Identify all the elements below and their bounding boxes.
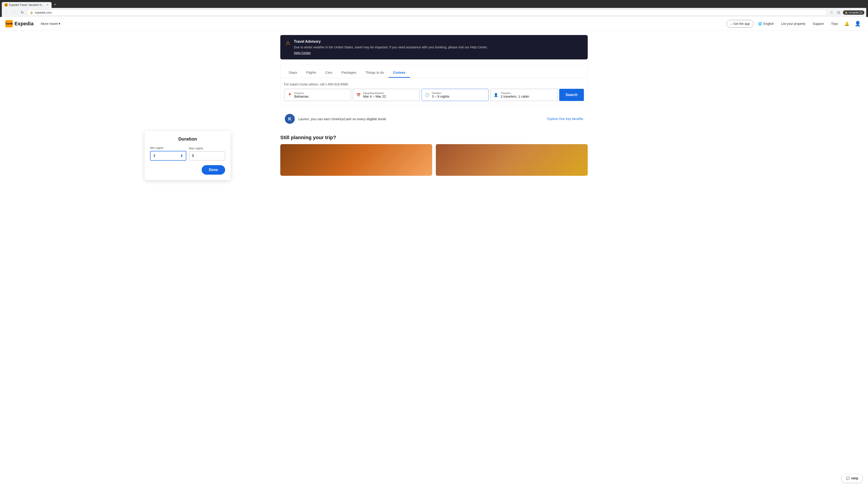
trips-label: Trips bbox=[831, 22, 838, 26]
onekey-banner: K Lauren, you can earn OneKeyCash on eve… bbox=[280, 110, 588, 127]
max-nights-input[interactable]: 9 bbox=[189, 151, 225, 160]
advisory-content: Travel Advisory Due to winter weather in… bbox=[294, 39, 488, 55]
search-button[interactable]: Search bbox=[559, 89, 584, 101]
download-icon: ↓ bbox=[730, 22, 732, 26]
bell-icon: 🔔 bbox=[844, 22, 849, 26]
bookmark-button[interactable]: ☆ bbox=[829, 9, 835, 15]
account-button[interactable]: 👤 bbox=[853, 19, 863, 29]
max-nights-field: Max nights 9 bbox=[189, 147, 225, 160]
duration-label: Duration bbox=[432, 92, 450, 94]
active-tab[interactable]: E Expedia Travel: Vacation Home... × bbox=[2, 2, 52, 8]
notifications-button[interactable]: 🔔 bbox=[842, 20, 851, 28]
incognito-badge: 🕵 Incognito (2) bbox=[843, 10, 864, 15]
min-nights-label: Min nights bbox=[150, 146, 186, 150]
max-nights-label: Max nights bbox=[189, 147, 225, 150]
new-tab-button[interactable]: + bbox=[52, 1, 58, 8]
more-travel-chevron: ▾ bbox=[59, 22, 60, 26]
still-planning-heading: Still planning your trip? bbox=[280, 135, 588, 140]
travel-advisory: ⚠ Travel Advisory Due to winter weather … bbox=[280, 35, 588, 59]
trip-card-2[interactable] bbox=[436, 144, 588, 176]
tab-cars[interactable]: Cars bbox=[321, 68, 337, 78]
min-nights-input[interactable]: 3 ⬍ bbox=[150, 151, 186, 161]
logo-text: Expedia bbox=[14, 21, 33, 27]
onekey-explore-link[interactable]: Explore One Key benefits bbox=[547, 117, 583, 121]
still-planning-section: Still planning your trip? bbox=[280, 131, 588, 178]
advisory-title: Travel Advisory bbox=[294, 39, 488, 43]
duration-content: Duration 3 – 9 nights bbox=[432, 92, 450, 98]
travelers-value: 2 travelers, 1 cabin bbox=[500, 94, 529, 98]
advisory-icon: ⚠ bbox=[286, 40, 290, 46]
departing-field[interactable]: 📅 Departing between Mar 4 – Mar 22 bbox=[353, 89, 420, 101]
trips-button[interactable]: Trips bbox=[828, 20, 841, 27]
lock-icon: 🔒 bbox=[30, 11, 33, 14]
browser-chrome: E Expedia Travel: Vacation Home... × + ←… bbox=[0, 0, 868, 17]
main-content: ⚠ Travel Advisory Due to winter weather … bbox=[276, 35, 592, 178]
advisory-body: Due to winter weather in the United Stat… bbox=[294, 45, 488, 50]
forward-button[interactable]: → bbox=[11, 9, 18, 15]
tab-close-button[interactable]: × bbox=[46, 3, 49, 6]
onekey-text: Lauren, you can earn OneKeyCash on every… bbox=[298, 117, 386, 121]
page: Expedia Expedia More travel ▾ ↓ Get the … bbox=[0, 17, 868, 488]
duration-value: 3 – 9 nights bbox=[432, 94, 450, 98]
more-travel-label: More travel bbox=[41, 22, 58, 26]
browser-toolbar-right: ☆ ⊡ 🕵 Incognito (2) bbox=[829, 9, 864, 15]
language-button[interactable]: 🌐 English bbox=[755, 20, 776, 27]
min-nights-spinner[interactable]: ⬍ bbox=[180, 154, 183, 158]
tab-stays[interactable]: Stays bbox=[284, 68, 302, 78]
duration-fields: Min nights 3 ⬍ Max nights 9 bbox=[150, 146, 225, 161]
onekey-avatar: K bbox=[285, 114, 295, 124]
duration-dropdown-title: Duration bbox=[150, 136, 225, 142]
logo-icon: Expedia bbox=[5, 20, 13, 27]
departing-value: Mar 4 – Mar 22 bbox=[363, 94, 386, 98]
tab-things-to-do[interactable]: Things to do bbox=[361, 68, 389, 78]
address-bar[interactable]: 🔒 expedia.com bbox=[27, 9, 827, 15]
account-icon: 👤 bbox=[855, 21, 861, 26]
departing-label: Departing between bbox=[363, 92, 386, 94]
trip-cards bbox=[280, 144, 588, 176]
going-to-label: Going to bbox=[294, 92, 309, 94]
browser-tabs: E Expedia Travel: Vacation Home... × + bbox=[2, 1, 866, 8]
language-label: English bbox=[763, 22, 774, 26]
duration-done-button[interactable]: Done bbox=[202, 165, 225, 175]
tab-title: Expedia Travel: Vacation Home... bbox=[9, 3, 45, 6]
list-property-button[interactable]: List your property bbox=[778, 20, 808, 27]
support-label: Support bbox=[813, 22, 824, 26]
help-button[interactable]: 💬 Help bbox=[842, 474, 863, 483]
search-widget: Stays Flights Cars Packages Things to do bbox=[280, 64, 588, 106]
location-icon: 📍 bbox=[287, 93, 292, 97]
travelers-label: Travelers bbox=[500, 92, 529, 94]
tab-packages[interactable]: Packages bbox=[337, 68, 361, 78]
clock-icon: 🕐 bbox=[425, 93, 430, 97]
cruise-advice-text: For expert cruise advice, call 1-800-916… bbox=[281, 82, 587, 89]
get-app-button[interactable]: ↓ Get the app bbox=[726, 20, 754, 28]
refresh-button[interactable]: ↻ bbox=[19, 9, 25, 15]
help-label: Help bbox=[851, 477, 858, 480]
help-icon: 💬 bbox=[846, 477, 850, 480]
list-property-label: List your property bbox=[781, 22, 805, 26]
header-actions: ↓ Get the app 🌐 English List your proper… bbox=[726, 19, 863, 29]
calendar-icon: 📅 bbox=[356, 93, 361, 97]
travelers-field[interactable]: 👤 Travelers 2 travelers, 1 cabin bbox=[490, 89, 557, 101]
min-nights-field: Min nights 3 ⬍ bbox=[150, 146, 186, 161]
going-to-field[interactable]: 📍 Going to Bahamas bbox=[284, 89, 351, 101]
more-travel-button[interactable]: More travel ▾ bbox=[38, 20, 63, 28]
globe-icon: 🌐 bbox=[758, 22, 762, 26]
support-button[interactable]: Support bbox=[810, 20, 827, 27]
duration-field[interactable]: 🕐 Duration 3 – 9 nights bbox=[422, 89, 489, 101]
search-tabs: Stays Flights Cars Packages Things to do bbox=[281, 64, 587, 78]
advisory-help-center-link[interactable]: Help Center bbox=[294, 51, 311, 55]
split-view-button[interactable]: ⊡ bbox=[836, 9, 842, 15]
trip-card-1[interactable] bbox=[280, 144, 432, 176]
going-to-content: Going to Bahamas bbox=[294, 92, 309, 98]
search-fields: 📍 Going to Bahamas 📅 Departing between M… bbox=[281, 89, 587, 101]
get-app-label: Get the app bbox=[733, 22, 750, 26]
travelers-content: Travelers 2 travelers, 1 cabin bbox=[500, 92, 529, 98]
tab-flights[interactable]: Flights bbox=[302, 68, 321, 78]
going-to-value: Bahamas bbox=[294, 94, 309, 98]
back-button[interactable]: ← bbox=[4, 9, 10, 15]
duration-dropdown: Duration Min nights 3 ⬍ Max nights 9 Don bbox=[145, 131, 230, 180]
logo[interactable]: Expedia Expedia bbox=[5, 20, 33, 27]
tab-cruises[interactable]: Cruises bbox=[389, 68, 410, 78]
site-header: Expedia Expedia More travel ▾ ↓ Get the … bbox=[0, 17, 868, 31]
browser-toolbar: ← → ↻ 🔒 expedia.com ☆ ⊡ 🕵 Incognito (2) bbox=[2, 8, 866, 17]
